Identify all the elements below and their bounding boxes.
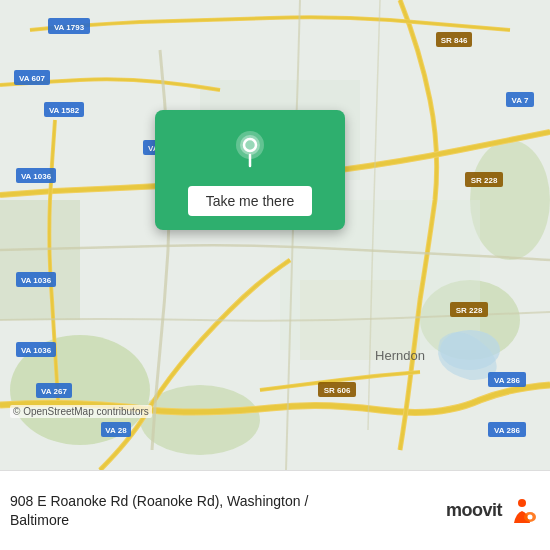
svg-text:SR 846: SR 846 — [441, 36, 468, 45]
svg-text:VA 1036: VA 1036 — [21, 346, 52, 355]
svg-text:VA 28: VA 28 — [105, 426, 127, 435]
popup-card: Take me there — [155, 110, 345, 230]
svg-text:VA 1582: VA 1582 — [49, 106, 80, 115]
svg-point-48 — [528, 514, 533, 519]
svg-point-5 — [470, 140, 550, 260]
svg-text:VA 286: VA 286 — [494, 426, 520, 435]
svg-text:VA 7: VA 7 — [512, 96, 529, 105]
svg-text:VA 1036: VA 1036 — [21, 172, 52, 181]
svg-text:SR 606: SR 606 — [324, 386, 351, 395]
svg-text:VA 267: VA 267 — [41, 387, 67, 396]
city-line: Baltimore — [10, 511, 308, 529]
map-background: VA 1793 VA 607 VA 1582 VA 625 VA 1036 VA… — [0, 0, 550, 470]
svg-text:VA 286: VA 286 — [494, 376, 520, 385]
location-pin-icon — [228, 128, 272, 172]
svg-text:SR 228: SR 228 — [456, 306, 483, 315]
svg-text:Herndon: Herndon — [375, 348, 425, 363]
moovit-brand-text: moovit — [446, 500, 502, 521]
moovit-icon — [506, 495, 538, 527]
svg-text:VA 1793: VA 1793 — [54, 23, 85, 32]
svg-rect-3 — [0, 200, 80, 320]
svg-point-46 — [518, 499, 526, 507]
moovit-logo: moovit — [446, 495, 538, 527]
svg-text:SR 228: SR 228 — [471, 176, 498, 185]
address-line: 908 E Roanoke Rd (Roanoke Rd), Washingto… — [10, 492, 308, 510]
take-me-there-button[interactable]: Take me there — [188, 186, 313, 216]
copyright-notice: © OpenStreetMap contributors — [10, 405, 152, 418]
svg-text:VA 1036: VA 1036 — [21, 276, 52, 285]
map-container: VA 1793 VA 607 VA 1582 VA 625 VA 1036 VA… — [0, 0, 550, 470]
svg-text:VA 607: VA 607 — [19, 74, 45, 83]
address-block: 908 E Roanoke Rd (Roanoke Rd), Washingto… — [10, 492, 308, 528]
info-bar: 908 E Roanoke Rd (Roanoke Rd), Washingto… — [0, 470, 550, 550]
